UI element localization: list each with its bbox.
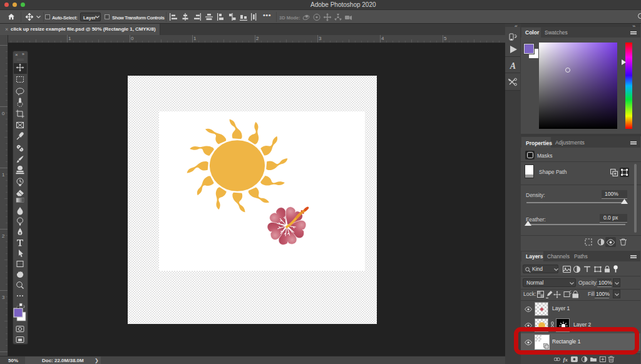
svg-text:fx: fx [563, 356, 568, 363]
svg-text:A: A [510, 61, 516, 71]
